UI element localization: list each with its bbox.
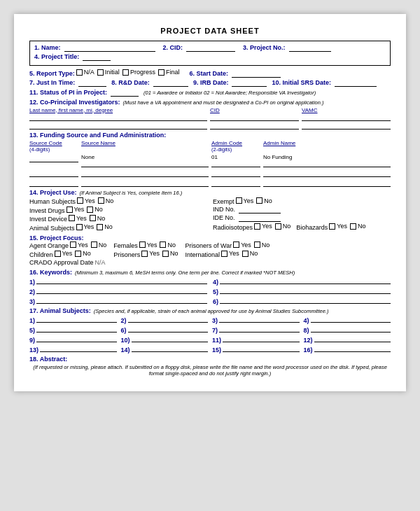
ao-yes-box[interactable] bbox=[70, 241, 76, 248]
animal-10-line[interactable] bbox=[132, 335, 208, 342]
ch-no[interactable]: No bbox=[75, 250, 91, 257]
pow-no[interactable]: No bbox=[254, 241, 270, 248]
fund-r2-admin[interactable] bbox=[211, 170, 260, 177]
checkbox-final-box[interactable] bbox=[158, 69, 164, 76]
fund-row1-admin-name[interactable]: No Funding bbox=[263, 154, 391, 167]
copi-name-2[interactable] bbox=[29, 122, 207, 130]
device-yes[interactable]: Yes bbox=[69, 215, 87, 222]
checkbox-final[interactable]: Final bbox=[158, 69, 180, 76]
checkbox-progress-box[interactable] bbox=[122, 69, 129, 76]
fem-no-box[interactable] bbox=[160, 241, 166, 248]
pri-no[interactable]: No bbox=[162, 250, 178, 257]
kw-5-line[interactable] bbox=[220, 287, 391, 294]
animal-yes[interactable]: Yes bbox=[76, 223, 94, 230]
fund-r3-name[interactable] bbox=[81, 180, 209, 187]
human-no-box[interactable] bbox=[98, 197, 104, 204]
animal-13-line[interactable] bbox=[40, 345, 116, 352]
ch-no-box[interactable] bbox=[75, 251, 81, 257]
fem-no[interactable]: No bbox=[160, 241, 176, 248]
fund-row1-admin[interactable]: 01 bbox=[211, 154, 260, 167]
field-irb[interactable] bbox=[232, 79, 267, 87]
fund-r2-code[interactable] bbox=[29, 170, 78, 177]
fem-yes-box[interactable] bbox=[139, 241, 146, 248]
animal-no[interactable]: No bbox=[97, 223, 113, 230]
ao-no[interactable]: No bbox=[91, 241, 107, 248]
exempt-no-box[interactable] bbox=[256, 197, 262, 204]
animal-5-line[interactable] bbox=[36, 326, 116, 332]
drugs-no[interactable]: No bbox=[87, 206, 103, 213]
fund-row1-name[interactable]: None bbox=[81, 154, 209, 167]
field-just[interactable] bbox=[78, 79, 106, 87]
animal-4-line[interactable] bbox=[311, 316, 391, 323]
animal-7-line[interactable] bbox=[219, 326, 299, 332]
intl-no[interactable]: No bbox=[242, 250, 258, 257]
radio-no-box[interactable] bbox=[275, 223, 281, 230]
bio-yes[interactable]: Yes bbox=[329, 223, 347, 230]
pow-no-box[interactable] bbox=[254, 241, 260, 248]
drugs-yes[interactable]: Yes bbox=[66, 206, 85, 213]
fund-r3-code[interactable] bbox=[29, 180, 78, 187]
intl-no-box[interactable] bbox=[242, 251, 248, 257]
kw-6-line[interactable] bbox=[220, 297, 391, 304]
animal-12-line[interactable] bbox=[314, 335, 391, 342]
checkbox-initial[interactable]: Initial bbox=[97, 69, 120, 76]
bio-no[interactable]: No bbox=[350, 223, 366, 230]
pri-no-box[interactable] bbox=[162, 251, 169, 257]
bio-no-box[interactable] bbox=[350, 223, 356, 230]
copi-cid-1[interactable] bbox=[210, 114, 299, 121]
field-title[interactable] bbox=[83, 53, 111, 61]
copi-cid-2[interactable] bbox=[210, 122, 299, 130]
field-srs[interactable] bbox=[335, 79, 377, 87]
animal-6-line[interactable] bbox=[128, 326, 208, 332]
checkbox-progress[interactable]: Progress bbox=[122, 69, 155, 76]
bio-yes-box[interactable] bbox=[329, 223, 335, 230]
pow-yes[interactable]: Yes bbox=[233, 241, 251, 248]
exempt-no[interactable]: No bbox=[256, 197, 272, 204]
device-no[interactable]: No bbox=[90, 215, 106, 222]
animal-2-line[interactable] bbox=[128, 316, 208, 323]
animal-yes-box[interactable] bbox=[76, 224, 83, 230]
intl-yes-box[interactable] bbox=[221, 251, 227, 257]
animal-14-line[interactable] bbox=[132, 345, 208, 352]
field-name[interactable] bbox=[64, 44, 155, 52]
field-status[interactable] bbox=[111, 89, 139, 97]
animal-15-line[interactable] bbox=[223, 345, 299, 352]
radio-yes-box[interactable] bbox=[254, 223, 260, 230]
fem-yes[interactable]: Yes bbox=[139, 241, 158, 248]
animal-1-line[interactable] bbox=[36, 316, 116, 323]
device-no-box[interactable] bbox=[90, 215, 96, 221]
kw-4-line[interactable] bbox=[220, 277, 391, 284]
animal-3-line[interactable] bbox=[219, 316, 299, 323]
animal-16-line[interactable] bbox=[314, 345, 391, 352]
pri-yes-box[interactable] bbox=[141, 251, 148, 257]
human-no[interactable]: No bbox=[98, 197, 114, 204]
pow-yes-box[interactable] bbox=[233, 241, 239, 248]
human-yes[interactable]: Yes bbox=[77, 197, 95, 204]
ao-no-box[interactable] bbox=[91, 241, 97, 248]
copi-vamc-2[interactable] bbox=[302, 122, 391, 130]
checkbox-na[interactable]: N/A bbox=[76, 69, 94, 76]
checkbox-na-box[interactable] bbox=[76, 69, 83, 76]
field-cid[interactable] bbox=[186, 44, 235, 52]
field-start-date[interactable] bbox=[232, 70, 281, 78]
fund-r2-aname[interactable] bbox=[263, 170, 391, 177]
intl-yes[interactable]: Yes bbox=[221, 250, 239, 257]
kw-3-line[interactable] bbox=[36, 297, 207, 304]
animal-no-box[interactable] bbox=[97, 224, 103, 230]
ch-yes-box[interactable] bbox=[55, 251, 61, 257]
animal-9-line[interactable] bbox=[36, 335, 116, 342]
field-ide[interactable] bbox=[239, 214, 281, 222]
field-ind[interactable] bbox=[239, 206, 281, 214]
crado-value[interactable]: N/A bbox=[95, 259, 106, 266]
drugs-yes-box[interactable] bbox=[66, 206, 73, 213]
human-yes-box[interactable] bbox=[77, 197, 83, 204]
copi-name-1[interactable] bbox=[29, 114, 207, 121]
fund-r3-aname[interactable] bbox=[263, 180, 391, 187]
drugs-no-box[interactable] bbox=[87, 206, 93, 213]
fund-r2-name[interactable] bbox=[81, 170, 209, 177]
field-rd[interactable] bbox=[153, 79, 188, 87]
animal-11-line[interactable] bbox=[223, 335, 299, 342]
device-yes-box[interactable] bbox=[69, 215, 75, 221]
copi-vamc-1[interactable] bbox=[302, 114, 391, 121]
kw-2-line[interactable] bbox=[36, 287, 207, 294]
